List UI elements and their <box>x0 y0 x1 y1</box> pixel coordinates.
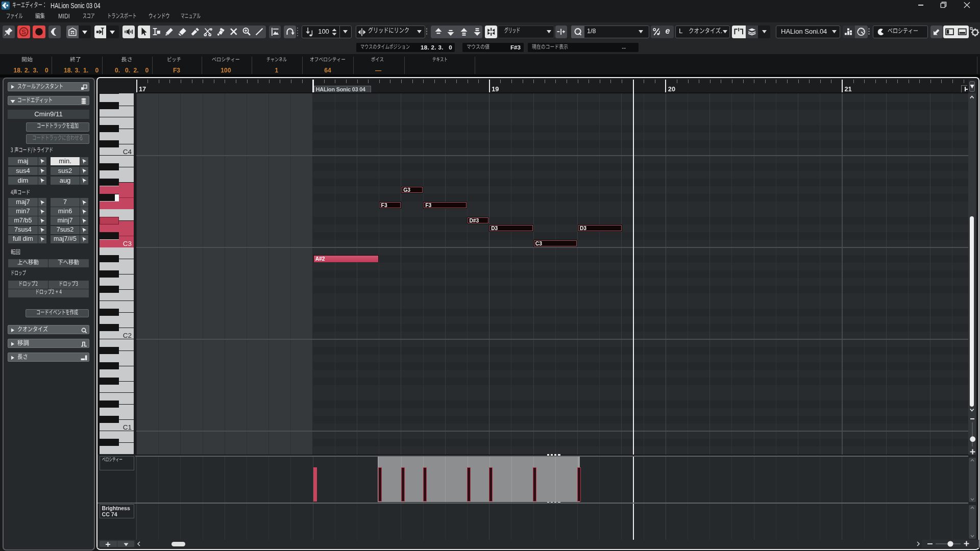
svg-text:S: S <box>21 28 26 36</box>
